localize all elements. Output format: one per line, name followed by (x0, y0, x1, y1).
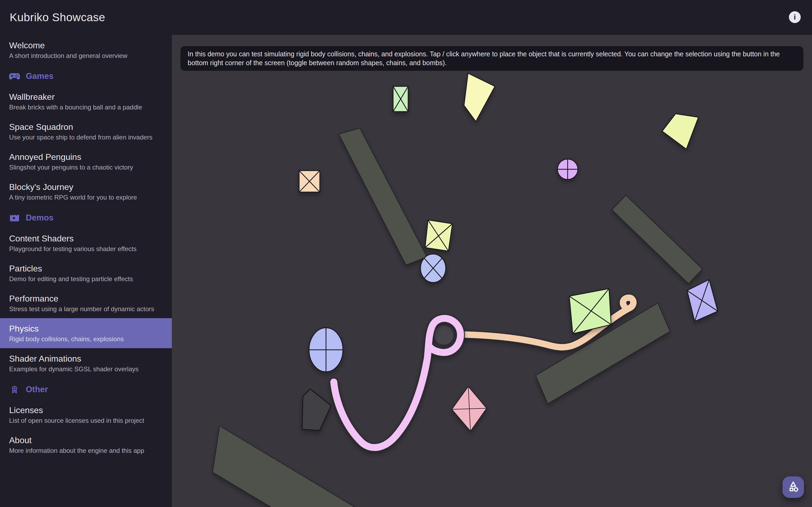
sidebar-item-title: Welcome (9, 40, 163, 50)
sidebar-item-shader-animations[interactable]: Shader Animations Examples for dynamic S… (0, 348, 172, 378)
sidebar-item-subtitle: Rigid body collisions, chains, explosion… (9, 335, 163, 343)
sidebar-item-subtitle: Playground for testing various shader ef… (9, 245, 163, 253)
static-platform (612, 195, 702, 284)
physics-canvas[interactable]: In this demo you can test simulating rig… (172, 35, 812, 507)
app-title: Kubriko Showcase (10, 11, 105, 24)
sidebar-item-title: Annoyed Penguins (9, 152, 163, 162)
body-circle-blue (420, 254, 446, 282)
sidebar-section-games: Games (0, 65, 172, 87)
sidebar-section-label: Demos (26, 213, 53, 223)
body-circle-periwinkle (309, 328, 343, 372)
static-platform (213, 426, 542, 507)
sidebar-section-label: Games (26, 71, 53, 81)
body-kite-yellow (464, 73, 495, 121)
sidebar-item-title: Licenses (9, 405, 163, 415)
demos-icon (9, 213, 20, 222)
sidebar-item-title: Content Shaders (9, 233, 163, 243)
sidebar-item-title: Wallbreaker (9, 92, 163, 102)
sidebar-item-subtitle: Stress test using a large number of dyna… (9, 305, 163, 313)
static-pentagon (302, 389, 331, 431)
body-diamond-periwinkle (687, 280, 718, 321)
sidebar-item-subtitle: Break bricks with a bouncing ball and a … (9, 104, 163, 111)
body-quad-lime (662, 114, 698, 149)
sidebar-item-title: Shader Animations (9, 353, 163, 364)
sidebar-item-title: Blocky's Journey (9, 182, 163, 192)
body-diamond-pink (452, 387, 487, 431)
sidebar-item-content-shaders[interactable]: Content Shaders Playground for testing v… (0, 228, 172, 258)
sidebar-item-title: Physics (9, 324, 163, 334)
sidebar-item-welcome[interactable]: Welcome A short introduction and general… (0, 35, 172, 65)
sidebar-item-space-squadron[interactable]: Space Squadron Use your space ship to de… (0, 116, 172, 147)
sidebar-item-title: Performance (9, 293, 163, 304)
static-platform (339, 128, 427, 265)
sidebar: Welcome A short introduction and general… (0, 35, 172, 507)
header: Kubriko Showcase i (0, 0, 812, 35)
info-icon: i (794, 13, 796, 21)
sidebar-item-blockys-journey[interactable]: Blocky's Journey A tiny isometric RPG wo… (0, 176, 172, 207)
body-circle-plum (557, 159, 578, 179)
sidebar-section-other: Other (0, 378, 172, 400)
body-square-lime (425, 220, 452, 251)
app-window: Kubriko Showcase i Welcome A short intro… (0, 0, 812, 507)
sidebar-item-performance[interactable]: Performance Stress test using a large nu… (0, 288, 172, 318)
object-toggle-button[interactable] (782, 476, 804, 498)
sidebar-item-annoyed-penguins[interactable]: Annoyed Penguins Slingshot your penguins… (0, 147, 172, 176)
sidebar-item-subtitle: A tiny isometric RPG world for you to ex… (9, 194, 163, 201)
sidebar-item-about[interactable]: About More information about the engine … (0, 430, 172, 460)
medal-icon (9, 385, 20, 394)
sidebar-item-subtitle: Use your space ship to defend from alien… (9, 133, 163, 141)
sidebar-item-subtitle: More information about the engine and th… (9, 447, 163, 454)
sidebar-item-wallbreaker[interactable]: Wallbreaker Break bricks with a bouncing… (0, 87, 172, 116)
info-button[interactable]: i (789, 11, 801, 23)
sidebar-section-label: Other (26, 385, 48, 394)
chain-loop-hole (434, 325, 454, 345)
sidebar-item-particles[interactable]: Particles Demo for editing and testing p… (0, 258, 172, 288)
physics-scene[interactable] (172, 35, 812, 507)
gamepad-icon (9, 72, 20, 81)
sidebar-item-licenses[interactable]: Licenses List of open source licenses us… (0, 400, 172, 430)
sidebar-item-subtitle: Examples for dynamic SGSL shader overlay… (9, 365, 163, 373)
sidebar-item-subtitle: Demo for editing and testing particle ef… (9, 275, 163, 283)
sidebar-item-title: Space Squadron (9, 122, 163, 132)
sidebar-item-physics[interactable]: Physics Rigid body collisions, chains, e… (0, 318, 172, 348)
body-rect-green (393, 87, 408, 112)
sidebar-item-subtitle: A short introduction and general overvie… (9, 52, 163, 60)
sidebar-item-subtitle: List of open source licenses used in thi… (9, 417, 163, 425)
sidebar-item-title: Particles (9, 264, 163, 274)
sidebar-item-subtitle: Slingshot your penguins to a chaotic vic… (9, 164, 163, 171)
sidebar-item-title: About (9, 435, 163, 445)
body-square-peach (299, 171, 320, 192)
shapes-icon (785, 480, 801, 495)
sidebar-section-demos: Demos (0, 207, 172, 228)
